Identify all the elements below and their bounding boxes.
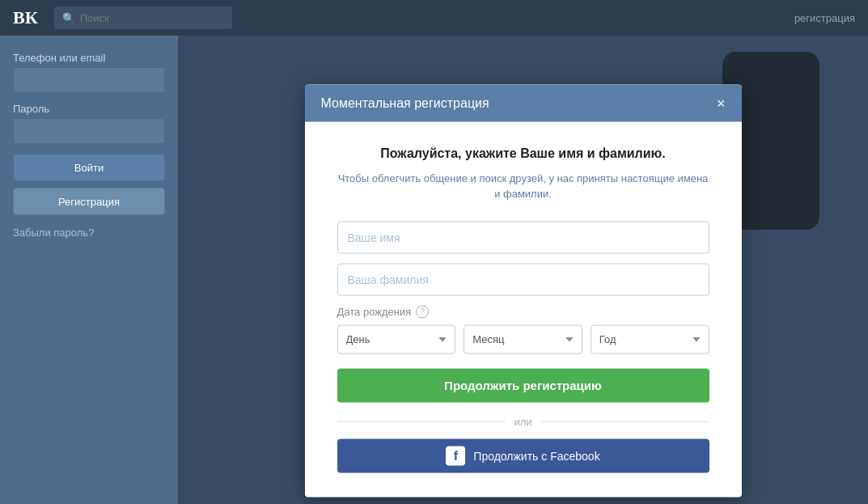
dob-help-icon[interactable]: ? [416,305,429,318]
modal-subtext-plain: Чтобы облегчить общение и поиск друзей, … [338,172,577,184]
day-select[interactable]: День [337,324,456,354]
login-button[interactable]: Войти [13,154,165,181]
forgot-password-link[interactable]: Забыли пароль? [13,227,94,239]
facebook-button[interactable]: f Продолжить с Facebook [337,438,709,472]
password-input[interactable] [13,118,165,144]
registration-modal: Моментальная регистрация × Пожалуйста, у… [305,84,742,497]
register-side-button[interactable]: Регистрация [13,188,165,215]
facebook-icon: f [446,446,465,465]
last-name-input[interactable] [337,263,709,295]
month-select[interactable]: Месяц [464,324,582,354]
dob-label-text: Дата рождения [337,306,412,318]
or-text: или [514,415,531,427]
modal-close-button[interactable]: × [717,95,726,110]
modal-title: Моментальная регистрация [321,95,489,110]
or-divider: или [337,415,709,427]
register-link[interactable]: регистрация [794,12,855,24]
search-icon: 🔍 [62,12,75,24]
right-area: Моментальная регистрация × Пожалуйста, у… [178,36,868,504]
or-line-left [337,421,506,421]
dob-label: Дата рождения ? [337,305,709,318]
or-line-right [540,421,709,421]
facebook-button-label: Продолжить с Facebook [473,449,599,462]
search-bar[interactable]: 🔍 [54,6,232,29]
password-label: Пароль [13,103,165,115]
main-area: Телефон или email Пароль Войти Регистрац… [0,36,868,504]
modal-heading: Пожалуйста, укажите Ваше имя и фамилию. [337,146,709,160]
top-navigation: ВК 🔍 регистрация [0,0,868,36]
modal-header: Моментальная регистрация × [305,84,742,121]
year-select[interactable]: Год [591,324,709,354]
search-input[interactable] [80,12,224,24]
left-sidebar: Телефон или email Пароль Войти Регистрац… [0,36,178,504]
modal-subtext: Чтобы облегчить общение и поиск друзей, … [337,170,709,201]
first-name-input[interactable] [337,221,709,253]
continue-button[interactable]: Продолжить регистрацию [337,368,709,402]
date-selects: День Месяц Год [337,324,709,354]
vk-logo: ВК [13,7,38,28]
phone-label: Телефон или email [13,52,165,64]
phone-input[interactable] [13,67,165,93]
modal-body: Пожалуйста, укажите Ваше имя и фамилию. … [305,121,742,497]
